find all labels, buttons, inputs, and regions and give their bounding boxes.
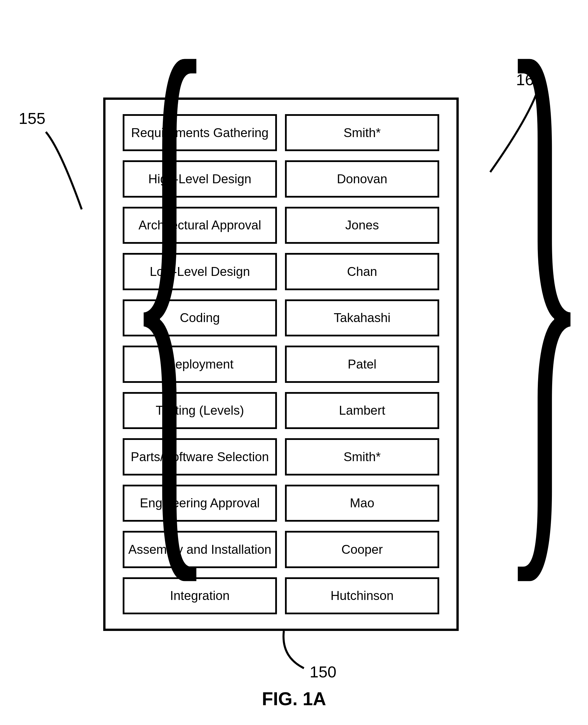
task-cell: Parts/Software Selection [123, 438, 277, 475]
table-row: Engineering ApprovalMao [123, 485, 439, 522]
table-row: Requirements GatheringSmith* [123, 114, 439, 151]
person-cell: Smith* [285, 114, 439, 151]
person-cell: Smith* [285, 438, 439, 475]
table-row: IntegrationHutchinson [123, 577, 439, 614]
task-cell: Engineering Approval [123, 485, 277, 522]
callout-155: 155 [19, 109, 45, 128]
table-box: Requirements GatheringSmith*High-Level D… [103, 98, 459, 631]
table-row: DeploymentPatel [123, 346, 439, 382]
task-cell: Coding [123, 299, 277, 336]
task-cell: Requirements Gathering [123, 114, 277, 151]
table-row: Assembly and InstallationCooper [123, 531, 439, 568]
person-cell: Jones [285, 207, 439, 244]
task-cell: Architectural Approval [123, 207, 277, 244]
task-cell: Integration [123, 577, 277, 614]
brace-right-icon: } [502, 0, 587, 599]
table-row: Architectural ApprovalJones [123, 207, 439, 244]
person-cell: Cooper [285, 531, 439, 568]
task-cell: Low-Level Design [123, 253, 277, 290]
person-cell: Lambert [285, 392, 439, 429]
table-row: CodingTakahashi [123, 299, 439, 336]
person-cell: Patel [285, 346, 439, 382]
callout-160: 160 [516, 70, 543, 89]
person-cell: Chan [285, 253, 439, 290]
person-cell: Mao [285, 485, 439, 522]
task-cell: Assembly and Installation [123, 531, 277, 568]
callout-150: 150 [310, 662, 336, 681]
table-grid: Requirements GatheringSmith*High-Level D… [123, 114, 439, 614]
figure-canvas: { } Requirements GatheringSmith*High-Lev… [0, 0, 588, 725]
table-row: Parts/Software SelectionSmith* [123, 438, 439, 475]
task-cell: High-Level Design [123, 160, 277, 197]
task-cell: Deployment [123, 346, 277, 382]
table-row: Testing (Levels)Lambert [123, 392, 439, 429]
person-cell: Takahashi [285, 299, 439, 336]
table-row: Low-Level DesignChan [123, 253, 439, 290]
task-cell: Testing (Levels) [123, 392, 277, 429]
person-cell: Hutchinson [285, 577, 439, 614]
table-row: High-Level DesignDonovan [123, 160, 439, 197]
figure-caption: FIG. 1A [0, 688, 588, 709]
person-cell: Donovan [285, 160, 439, 197]
